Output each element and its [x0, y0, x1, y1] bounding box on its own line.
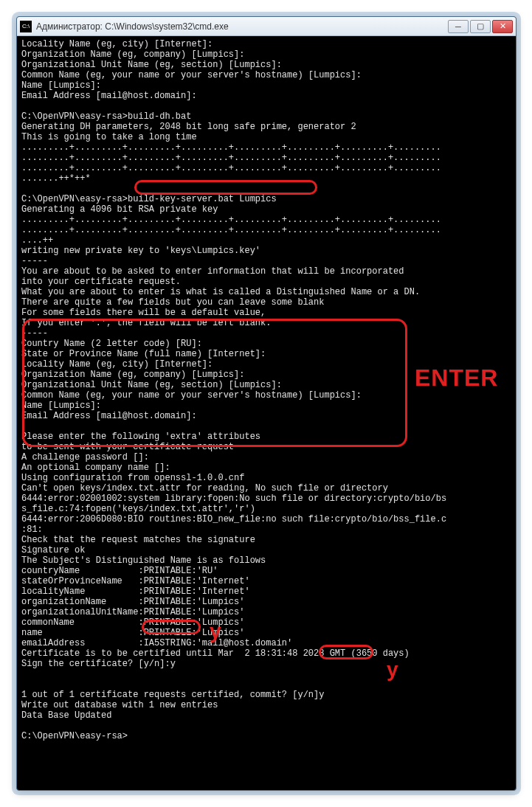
terminal-line: Common Name (eg, your name or your serve… [21, 390, 511, 401]
terminal-line: 1 out of 1 certificate requests certifie… [21, 690, 511, 700]
terminal-line [21, 669, 511, 679]
terminal-line: .......++*++* [21, 173, 511, 184]
terminal-line: An optional company name []: [21, 463, 511, 473]
terminal-line: State or Province Name (full name) [Inte… [21, 349, 511, 359]
terminal-line: C:\OpenVPN\easy-rsa>build-key-server.bat… [21, 194, 511, 204]
window-controls: ─ ▢ ✕ [448, 20, 513, 33]
terminal-line: Generating a 4096 bit RSA private key [21, 204, 511, 215]
terminal-line: name :PRINTABLE:'Lumpics' [21, 628, 511, 638]
terminal-line: localityName :PRINTABLE:'Internet' [21, 586, 511, 597]
terminal-line: ----- [21, 328, 511, 339]
terminal-line: What you are about to enter is what is c… [21, 287, 511, 297]
cmd-window: C:\ Администратор: C:\Windows\system32\c… [16, 16, 517, 791]
terminal-line: ....++ [21, 235, 511, 246]
cmd-icon: C:\ [20, 21, 32, 32]
terminal-line: Signature ok [21, 545, 511, 555]
terminal-line: Certificate is to be certified until Mar… [21, 648, 511, 659]
terminal-line: Data Base Updated [21, 710, 511, 721]
terminal-line: .........+.........+.........+.........+… [21, 225, 511, 235]
terminal-line: stateOrProvinceName :PRINTABLE:'Internet… [21, 576, 511, 586]
terminal-line: Organization Name (eg, company) [Lumpics… [21, 370, 511, 380]
terminal-content[interactable]: Locality Name (eg, city) [Internet]:Orga… [17, 36, 516, 744]
terminal-line [21, 679, 511, 690]
terminal-line: Sign the certificate? [y/n]:y [21, 659, 511, 669]
terminal-line: :81: [21, 524, 511, 535]
terminal-line: The Subject's Distinguished Name is as f… [21, 555, 511, 566]
terminal-line: Write out database with 1 new entries [21, 700, 511, 710]
maximize-button[interactable]: ▢ [470, 20, 491, 33]
terminal-line: Name [Lumpics]: [21, 401, 511, 411]
minimize-button[interactable]: ─ [448, 20, 469, 33]
terminal-line: .........+.........+.........+.........+… [21, 163, 511, 173]
terminal-line: organizationName :PRINTABLE:'Lumpics' [21, 597, 511, 607]
terminal-line: Common Name (eg, your name or your serve… [21, 70, 511, 80]
terminal-line: There are quite a few fields but you can… [21, 297, 511, 308]
terminal-line: 6444:error:2006D080:BIO routines:BIO_new… [21, 514, 511, 524]
terminal-line: Locality Name (eg, city) [Internet]: [21, 39, 511, 49]
terminal-line: For some fields there will be a default … [21, 308, 511, 318]
terminal-line: C:\OpenVPN\easy-rsa>build-dh.bat [21, 111, 511, 122]
terminal-line: Please enter the following 'extra' attri… [21, 432, 511, 442]
terminal-line: Organization Name (eg, company) [Lumpics… [21, 49, 511, 60]
terminal-line: countryName :PRINTABLE:'RU' [21, 566, 511, 576]
terminal-line [21, 101, 511, 111]
terminal-line: You are about to be asked to enter infor… [21, 266, 511, 277]
terminal-line: .........+.........+.........+.........+… [21, 142, 511, 153]
terminal-line: This is going to take a long time [21, 132, 511, 142]
terminal-line: A challenge password []: [21, 452, 511, 463]
terminal-line: to be sent with your certificate request [21, 442, 511, 452]
terminal-line: Organizational Unit Name (eg, section) [… [21, 60, 511, 70]
terminal-line: emailAddress :IA5STRING:'mail@host.domai… [21, 638, 511, 648]
terminal-line: C:\OpenVPN\easy-rsa> [21, 731, 511, 741]
terminal-line: Using configuration from openssl-1.0.0.c… [21, 473, 511, 483]
terminal-line: Email Address [mail@host.domain]: [21, 91, 511, 101]
terminal-line: Locality Name (eg, city) [Internet]: [21, 359, 511, 370]
terminal-line: writing new private key to 'keys\Lumpics… [21, 246, 511, 256]
terminal-line: If you enter '.', the field will be left… [21, 318, 511, 328]
terminal-line: Check that the request matches the signa… [21, 535, 511, 545]
terminal-line: Email Address [mail@host.domain]: [21, 411, 511, 421]
terminal-line: 6444:error:02001002:system library:fopen… [21, 493, 511, 504]
terminal-line [21, 184, 511, 194]
terminal-line: into your certificate request. [21, 277, 511, 287]
terminal-line: Organizational Unit Name (eg, section) [… [21, 380, 511, 390]
terminal-line: organizationalUnitName:PRINTABLE:'Lumpic… [21, 607, 511, 617]
terminal-line: Can't open keys/index.txt.attr for readi… [21, 483, 511, 493]
terminal-line: Name [Lumpics]: [21, 80, 511, 91]
terminal-line: Generating DH parameters, 2048 bit long … [21, 122, 511, 132]
terminal-line: ----- [21, 256, 511, 266]
terminal-line: .........+.........+.........+.........+… [21, 153, 511, 163]
terminal-line [21, 421, 511, 432]
terminal-line: .........+.........+.........+.........+… [21, 215, 511, 225]
terminal-line: Country Name (2 letter code) [RU]: [21, 339, 511, 349]
window-title: Администратор: C:\Windows\system32\cmd.e… [36, 21, 448, 32]
titlebar: C:\ Администратор: C:\Windows\system32\c… [17, 17, 516, 36]
terminal-line [21, 721, 511, 731]
close-button[interactable]: ✕ [492, 20, 513, 33]
terminal-line: commonName :PRINTABLE:'Lumpics' [21, 617, 511, 628]
terminal-line: s_file.c:74:fopen('keys/index.txt.attr',… [21, 504, 511, 514]
